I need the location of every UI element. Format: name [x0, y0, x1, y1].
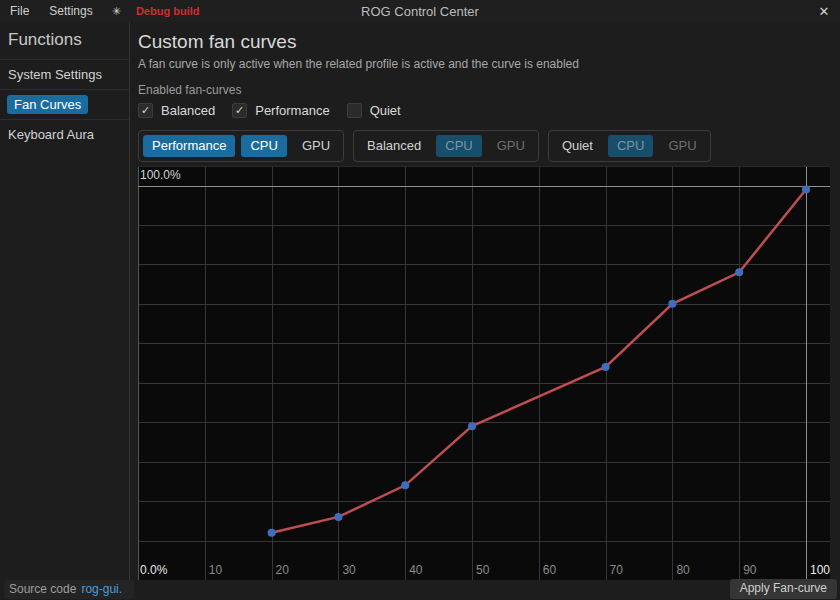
profile-tab-performance[interactable]: Performance [143, 135, 235, 157]
sidebar-item-keyboard-aura[interactable]: Keyboard Aura [0, 119, 129, 149]
fan-curve-point[interactable] [602, 363, 610, 371]
y-axis-min-label: 0.0% [140, 563, 167, 577]
fan-curve-point[interactable] [468, 422, 476, 430]
x-tick-label: 30 [342, 563, 355, 577]
x-tick-label: 80 [676, 563, 689, 577]
page-subtitle: A fan curve is only active when the rela… [138, 57, 840, 71]
checkbox-balanced[interactable]: ✓Balanced [138, 103, 215, 118]
checkbox-performance[interactable]: ✓Performance [232, 103, 329, 118]
profile-group-quiet: QuietCPUGPU [548, 130, 711, 162]
x-tick-label: 40 [409, 563, 422, 577]
checkbox-quiet[interactable]: Quiet [347, 103, 401, 118]
fan-curve-point[interactable] [334, 513, 342, 521]
sidebar: Functions System SettingsFan CurvesKeybo… [0, 22, 130, 580]
fan-tab-balanced-cpu[interactable]: CPU [436, 135, 481, 157]
profile-group-balanced: BalancedCPUGPU [353, 130, 539, 162]
checkbox-label: Performance [255, 103, 329, 118]
x-tick-label: 90 [743, 563, 756, 577]
titlebar-menus: File Settings ✳ Debug build [0, 1, 199, 21]
x-tick-label: 10 [209, 563, 222, 577]
sidebar-heading: Functions [0, 22, 129, 59]
fan-tab-performance-cpu[interactable]: CPU [241, 135, 286, 157]
sidebar-item-label: Fan Curves [7, 95, 88, 114]
fan-curve-point[interactable] [802, 185, 810, 193]
fan-curve-plot[interactable] [138, 167, 830, 581]
footer: Source code rog-gui. Apply Fan-curve [0, 580, 840, 600]
source-code-link[interactable]: rog-gui. [81, 582, 122, 596]
close-button[interactable]: ✕ [808, 0, 840, 22]
source-code-box: Source code rog-gui. [4, 580, 134, 599]
profile-tab-quiet[interactable]: Quiet [553, 135, 602, 157]
checkbox-label: Balanced [161, 103, 215, 118]
apply-fan-curve-button[interactable]: Apply Fan-curve [730, 579, 837, 599]
x-tick-label: 70 [610, 563, 623, 577]
menu-file[interactable]: File [0, 1, 39, 21]
x-tick-label: 20 [276, 563, 289, 577]
fan-tab-quiet-cpu[interactable]: CPU [608, 135, 653, 157]
sidebar-item-system-settings[interactable]: System Settings [0, 59, 129, 89]
sidebar-item-label: Keyboard Aura [8, 127, 94, 142]
profile-tabs-row: PerformanceCPUGPUBalancedCPUGPUQuietCPUG… [138, 130, 840, 162]
theme-toggle-icon[interactable]: ✳ [103, 5, 130, 18]
x-tick-label: 50 [476, 563, 489, 577]
menu-settings[interactable]: Settings [39, 1, 102, 21]
fan-curve-point[interactable] [668, 300, 676, 308]
fan-curve-point[interactable] [401, 481, 409, 489]
checkbox-checked-icon[interactable]: ✓ [232, 103, 247, 118]
main-panel: Custom fan curves A fan curve is only ac… [130, 22, 840, 580]
fan-tab-performance-gpu[interactable]: GPU [293, 135, 339, 157]
page-title: Custom fan curves [138, 30, 840, 54]
app-body: Functions System SettingsFan CurvesKeybo… [0, 22, 840, 580]
x-tick-label: 100 [810, 563, 830, 577]
y-axis-max-label: 100.0% [140, 168, 181, 182]
fan-tab-quiet-gpu[interactable]: GPU [659, 135, 705, 157]
enabled-fan-curves-label: Enabled fan-curves [138, 83, 840, 97]
source-code-text: Source code [9, 582, 76, 596]
profile-group-performance: PerformanceCPUGPU [138, 130, 344, 162]
titlebar: File Settings ✳ Debug build ROG Control … [0, 0, 840, 22]
checkbox-checked-icon[interactable]: ✓ [138, 103, 153, 118]
fan-curve-chart[interactable]: 100.0%0.0%102030405060708090100 [138, 166, 830, 581]
debug-build-label: Debug build [130, 5, 200, 17]
sidebar-item-fan-curves[interactable]: Fan Curves [0, 89, 129, 119]
enabled-checkbox-row: ✓Balanced✓PerformanceQuiet [138, 101, 840, 119]
checkbox-label: Quiet [370, 103, 401, 118]
fan-tab-balanced-gpu[interactable]: GPU [488, 135, 534, 157]
fan-curve-point[interactable] [268, 529, 276, 537]
fan-curve-point[interactable] [735, 268, 743, 276]
profile-tab-balanced[interactable]: Balanced [358, 135, 430, 157]
x-tick-label: 60 [543, 563, 556, 577]
sidebar-item-label: System Settings [8, 67, 102, 82]
checkbox-unchecked-box[interactable] [347, 103, 362, 118]
close-icon: ✕ [819, 4, 830, 19]
